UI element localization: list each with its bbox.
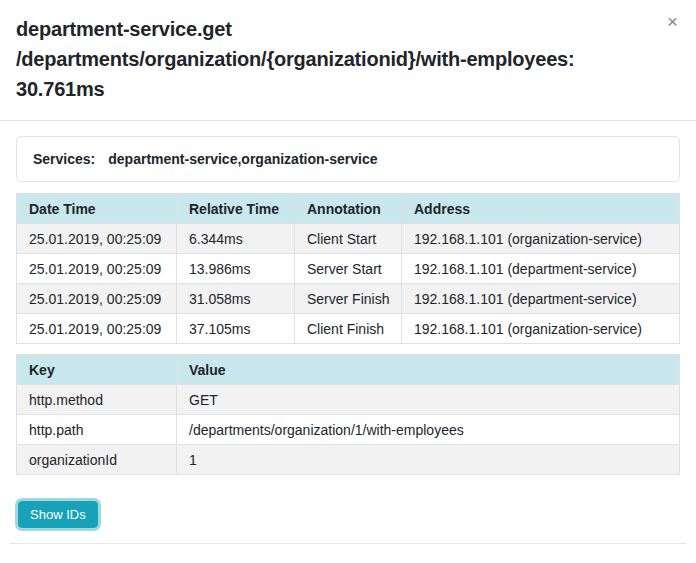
table-row: organizationId 1 [17,445,680,475]
date-time-cell: 25.01.2019, 00:25:09 [17,224,177,254]
tags-header-row: Key Value [17,355,680,385]
relative-time-cell: 6.344ms [177,224,295,254]
tag-key-cell: organizationId [17,445,177,475]
address-cell: 192.168.1.101 (organization-service) [402,314,680,344]
annotation-cell: Server Start [295,254,402,284]
table-row: 25.01.2019, 00:25:09 13.986ms Server Sta… [17,254,680,284]
modal-body: Services: department-service,organizatio… [0,121,696,543]
show-ids-button[interactable]: Show IDs [18,501,98,528]
column-header-relative-time: Relative Time [177,194,295,224]
table-row: http.path /departments/organization/1/wi… [17,415,680,445]
annotations-table: Date Time Relative Time Annotation Addre… [16,193,680,344]
column-header-address: Address [402,194,680,224]
tag-key-cell: http.method [17,385,177,415]
services-card: Services: department-service,organizatio… [16,136,680,182]
modal-footer [10,543,686,563]
tags-table: Key Value http.method GET http.path /dep… [16,354,680,475]
annotations-header-row: Date Time Relative Time Annotation Addre… [17,194,680,224]
date-time-cell: 25.01.2019, 00:25:09 [17,314,177,344]
table-row: 25.01.2019, 00:25:09 31.058ms Server Fin… [17,284,680,314]
relative-time-cell: 37.105ms [177,314,295,344]
column-header-key: Key [17,355,177,385]
column-header-date-time: Date Time [17,194,177,224]
tag-value-cell: GET [177,385,680,415]
relative-time-cell: 13.986ms [177,254,295,284]
services-label: Services: [33,151,95,167]
address-cell: 192.168.1.101 (department-service) [402,284,680,314]
tag-value-cell: /departments/organization/1/with-employe… [177,415,680,445]
span-details-modal: department-service.get /departments/orga… [0,0,696,563]
table-row: http.method GET [17,385,680,415]
close-icon[interactable]: × [663,10,682,33]
column-header-annotation: Annotation [295,194,402,224]
services-value: department-service,organization-service [108,151,377,167]
address-cell: 192.168.1.101 (organization-service) [402,224,680,254]
annotation-cell: Server Finish [295,284,402,314]
annotation-cell: Client Finish [295,314,402,344]
column-header-value: Value [177,355,680,385]
address-cell: 192.168.1.101 (department-service) [402,254,680,284]
tag-value-cell: 1 [177,445,680,475]
relative-time-cell: 31.058ms [177,284,295,314]
page-title: department-service.get /departments/orga… [16,14,680,104]
table-row: 25.01.2019, 00:25:09 6.344ms Client Star… [17,224,680,254]
date-time-cell: 25.01.2019, 00:25:09 [17,254,177,284]
table-row: 25.01.2019, 00:25:09 37.105ms Client Fin… [17,314,680,344]
tag-key-cell: http.path [17,415,177,445]
modal-header: department-service.get /departments/orga… [0,0,696,121]
date-time-cell: 25.01.2019, 00:25:09 [17,284,177,314]
annotation-cell: Client Start [295,224,402,254]
